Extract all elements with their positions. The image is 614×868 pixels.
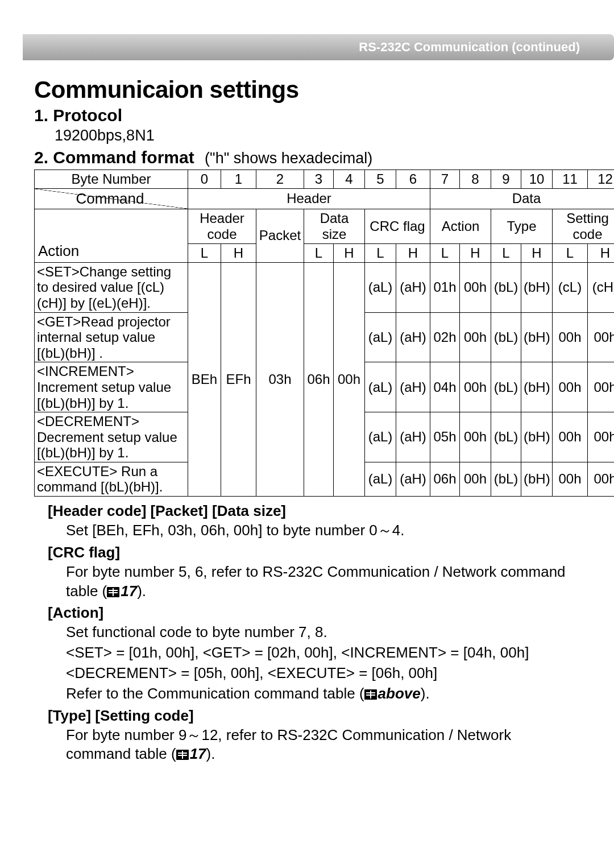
cell: (bL) (491, 312, 521, 362)
byte-3: 3 (304, 170, 334, 188)
note-heading: [CRC flag] (48, 544, 580, 561)
setting-code-subgroup: Setting code (553, 209, 615, 243)
cell: (aL) (365, 412, 396, 462)
cell: 00h (553, 362, 588, 412)
cell: (aH) (396, 262, 430, 312)
byte-2: 2 (256, 170, 304, 188)
cell: (aL) (365, 462, 396, 496)
lh-cell: L (553, 243, 588, 262)
book-icon (107, 587, 119, 597)
header-group: Header (188, 188, 430, 209)
command-format-note: ("h" shows hexadecimal) (205, 150, 372, 167)
cell: 00h (460, 312, 491, 362)
lh-cell: L (365, 243, 396, 262)
row-desc: <INCREMENT> Increment setup value [(bL)(… (35, 362, 188, 412)
action-subgroup: Action (430, 209, 491, 243)
cell: (aL) (365, 312, 396, 362)
byte-4: 4 (334, 170, 365, 188)
cell: (cH) (588, 262, 615, 312)
lh-cell: L (188, 243, 221, 262)
table-row: Action Header code Packet Data size CRC … (35, 209, 615, 243)
cell: (bH) (521, 412, 553, 462)
cell: (bL) (491, 262, 521, 312)
cell: (bH) (521, 262, 553, 312)
byte-10: 10 (521, 170, 553, 188)
cell: 00h (588, 362, 615, 412)
command-label: Command (35, 188, 188, 209)
cell: 04h (430, 362, 460, 412)
crc-flag-subgroup: CRC flag (365, 209, 430, 243)
cell: 00h (460, 362, 491, 412)
note-heading: [Header code] [Packet] [Data size] (48, 502, 580, 520)
lh-cell: L (304, 243, 334, 262)
cell: 00h (460, 262, 491, 312)
cell: (bH) (521, 462, 553, 496)
command-format-title: 2. Command format (34, 148, 194, 167)
row-desc: <GET>Read projector internal setup value… (35, 312, 188, 362)
close-paren: ). (206, 745, 215, 762)
cell: (aH) (396, 462, 430, 496)
row-desc: <DECREMENT> Decrement setup value [(bL)(… (35, 412, 188, 462)
page-ref: 17 (190, 745, 206, 762)
cell: (aH) (396, 362, 430, 412)
command-format-table: Byte Number 0 1 2 3 4 5 6 7 8 9 10 11 12… (34, 170, 614, 497)
data-size-h: 00h (334, 262, 365, 496)
note-heading: [Action] (48, 604, 580, 622)
header-code-h: EFh (221, 262, 256, 496)
cell: (aL) (365, 362, 396, 412)
note-body: <SET> = [01h, 00h], <GET> = [02h, 00h], … (66, 643, 580, 663)
cell: (aL) (365, 262, 396, 312)
lh-cell: H (588, 243, 615, 262)
note-body: For byte number 5, 6, refer to RS-232C C… (66, 563, 580, 601)
book-icon (176, 750, 189, 760)
cell: 00h (588, 462, 615, 496)
action-label: Action (35, 209, 188, 262)
note-body: Set [BEh, EFh, 03h, 06h, 00h] to byte nu… (66, 521, 580, 540)
cell: (bH) (521, 362, 553, 412)
notes-section: [Header code] [Packet] [Data size] Set [… (34, 502, 580, 764)
cell: (bL) (491, 412, 521, 462)
byte-number-label: Byte Number (35, 170, 188, 188)
above-ref: above (378, 685, 421, 702)
cell: 00h (553, 312, 588, 362)
cell: 00h (460, 462, 491, 496)
byte-1: 1 (221, 170, 256, 188)
byte-8: 8 (460, 170, 491, 188)
lh-cell: L (491, 243, 521, 262)
note-text: Refer to the Communication command table… (66, 685, 364, 702)
byte-11: 11 (553, 170, 588, 188)
note-heading: [Type] [Setting code] (48, 707, 580, 725)
protocol-value: 19200bps,8N1 (34, 126, 580, 146)
cell: (aH) (396, 312, 430, 362)
cell: 05h (430, 412, 460, 462)
book-icon (364, 689, 377, 700)
header-code-subgroup: Header code (188, 209, 256, 243)
byte-6: 6 (396, 170, 430, 188)
cell: 00h (553, 462, 588, 496)
cell: (bL) (491, 362, 521, 412)
note-text: For byte number 9～12, refer to RS-232C C… (66, 726, 511, 763)
page-title: Communicaion settings (34, 76, 580, 104)
lh-cell: H (334, 243, 365, 262)
cell: 00h (553, 412, 588, 462)
byte-5: 5 (365, 170, 396, 188)
cell: 00h (588, 312, 615, 362)
note-body: For byte number 9～12, refer to RS-232C C… (66, 726, 580, 764)
section-header-text: RS-232C Communication (continued) (359, 40, 580, 55)
close-paren: ). (137, 582, 146, 600)
lh-cell: L (430, 243, 460, 262)
lh-cell: H (521, 243, 553, 262)
lh-cell: H (396, 243, 430, 262)
data-size-l: 06h (304, 262, 334, 496)
table-row: <SET>Change setting to desired value [(c… (35, 262, 615, 312)
note-body: <DECREMENT> = [05h, 00h], <EXECUTE> = [0… (66, 664, 580, 683)
lh-cell: H (460, 243, 491, 262)
byte-12: 12 (588, 170, 615, 188)
table-row: Byte Number 0 1 2 3 4 5 6 7 8 9 10 11 12 (35, 170, 615, 188)
row-desc: <SET>Change setting to desired value [(c… (35, 262, 188, 312)
note-body: Refer to the Communication command table… (66, 684, 580, 704)
note-body: Set functional code to byte number 7, 8. (66, 623, 580, 642)
data-size-subgroup: Data size (304, 209, 365, 243)
row-desc: <EXECUTE> Run a command [(bL)(bH)]. (35, 462, 188, 496)
command-format-heading: 2. Command format ("h" shows hexadecimal… (34, 148, 580, 167)
